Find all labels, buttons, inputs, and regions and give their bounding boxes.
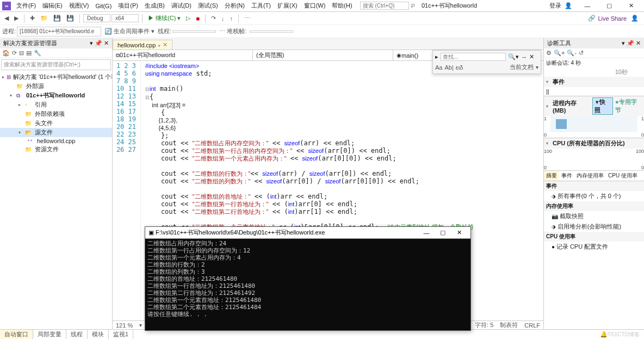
diag-tab-memory[interactable]: 内存使用率	[574, 171, 606, 181]
source-file-node[interactable]: ⁺⁺helloworld.cpp	[0, 137, 112, 145]
thread-dropdown[interactable]	[172, 30, 216, 33]
live-share-button[interactable]: 🔗 Live Share	[588, 15, 627, 22]
console-close-button[interactable]: ✕	[451, 229, 467, 236]
continue-button[interactable]: ▶ 继续(C) ▾	[146, 13, 183, 23]
notification-icon[interactable]: 🔔	[600, 331, 608, 338]
diag-settings-icon[interactable]: ⚙	[546, 50, 552, 57]
autos-tab[interactable]: 自动窗口	[0, 330, 33, 339]
nav-project-dropdown[interactable]: ⧉ 01c++书写helloworld	[113, 50, 253, 60]
diag-reset-icon[interactable]: ↺	[579, 50, 584, 57]
locals-tab[interactable]: 局部变量	[33, 330, 66, 339]
project-node[interactable]: ▾⧉01c++书写helloworld	[0, 91, 112, 100]
user-icon[interactable]: 👤	[565, 2, 572, 9]
threads-tab[interactable]: 线程	[66, 330, 88, 339]
menu-analyze[interactable]: 分析(N)	[221, 1, 248, 11]
admin-icon[interactable]: 👤	[631, 15, 639, 22]
diag-heap-item[interactable]: ⬗ 启用堆分析(会影响性能)	[544, 221, 644, 232]
diag-cpu-header[interactable]: ▾CPU (所有处理器的百分比)	[544, 138, 644, 149]
menu-help[interactable]: 帮助(H)	[329, 1, 355, 11]
sources-node[interactable]: ▾📂源文件	[0, 128, 112, 137]
find-next-icon[interactable]: →	[521, 54, 527, 60]
match-word-icon[interactable]: Ab|	[444, 64, 453, 71]
step-into-button[interactable]: ↓	[219, 14, 227, 23]
collapse-icon[interactable]: ⊟	[19, 50, 24, 57]
find-search-icon[interactable]: 🔍▾	[508, 53, 519, 60]
platform-dropdown[interactable]: x64	[112, 14, 139, 22]
stop-debug-button[interactable]: ■	[194, 14, 202, 23]
tab-close-icon[interactable]: ✕	[163, 41, 168, 48]
save-all-button[interactable]: 💾	[64, 14, 76, 23]
nav-scope-dropdown[interactable]: (全局范围)	[253, 50, 393, 60]
minimize-button[interactable]: —	[577, 3, 598, 9]
toolbar-icon[interactable]: ⋯	[242, 14, 252, 23]
resources-node[interactable]: 📁资源文件	[0, 145, 112, 154]
solution-node[interactable]: ▸⊞解决方案 '01c++书写helloworld' (1 个项目，共 1 个)	[0, 72, 112, 82]
nav-back-button[interactable]: ◀	[2, 14, 11, 23]
find-close-icon[interactable]: ✕	[529, 53, 534, 60]
ext-sources-node[interactable]: 📁外部源	[0, 82, 112, 91]
menu-git[interactable]: Git(G)	[92, 2, 115, 10]
login-link[interactable]: 登录	[549, 2, 561, 10]
console-minimize-button[interactable]: —	[418, 230, 435, 236]
menu-tools[interactable]: 工具(T)	[248, 1, 274, 11]
diag-events-header[interactable]: ▾事件	[544, 77, 644, 87]
menu-project[interactable]: 项目(P)	[115, 1, 141, 11]
config-dropdown[interactable]: Debug	[83, 14, 110, 22]
diag-tab-summary[interactable]: 摘要	[544, 171, 559, 181]
global-search-input[interactable]	[360, 2, 409, 10]
solution-search-input[interactable]: 搜索解决方案资源管理器(Ctrl+;)	[1, 59, 111, 70]
diag-events-item[interactable]: ⬗ 所有事件(0 个，共 0 个)	[544, 191, 644, 201]
diag-zoom-in-icon[interactable]: 🔍+	[554, 50, 565, 57]
menu-extensions[interactable]: 扩展(X)	[274, 1, 301, 11]
step-over-button[interactable]: ↷	[209, 14, 218, 23]
diag-zoom-out-icon[interactable]: 🔍-	[567, 50, 577, 57]
show-all-icon[interactable]: ▤	[26, 50, 32, 57]
tabs-indicator[interactable]: 制表符	[500, 321, 518, 329]
diag-tab-cpu[interactable]: CPU 使用率	[606, 171, 640, 181]
diag-tab-events[interactable]: 事件	[559, 171, 574, 181]
watch-tab[interactable]: 监视1	[109, 330, 133, 339]
solution-tree[interactable]: ▸⊞解决方案 '01c++书写helloworld' (1 个项目，共 1 个)…	[0, 71, 112, 329]
menu-test[interactable]: 测试(S)	[195, 1, 221, 11]
match-case-icon[interactable]: Aa	[435, 64, 442, 71]
find-input[interactable]	[441, 53, 506, 61]
menu-window[interactable]: 窗口(W)	[301, 1, 329, 11]
console-maximize-button[interactable]: ▢	[435, 229, 451, 236]
menu-file[interactable]: 文件(F)	[13, 1, 39, 11]
sync-icon[interactable]: ⟳	[12, 50, 17, 57]
start-no-debug-button[interactable]: ▷	[184, 14, 193, 23]
panel-pin-icon[interactable]: ▾ 📌 ✕	[90, 40, 109, 47]
find-expand-icon[interactable]: ▸	[435, 53, 438, 60]
console-output[interactable]: 二维数组占用内存空间为：24 二维数组第一行占用的内存空间为：12 二维数组第一…	[145, 239, 470, 330]
maximize-button[interactable]: ▢	[598, 2, 620, 9]
home-icon[interactable]: 🏠	[2, 50, 10, 57]
references-node[interactable]: ▸▫引用	[0, 100, 112, 109]
modules-tab[interactable]: 模块	[88, 330, 109, 339]
editor-tab[interactable]: helloworld.cpp⬥✕	[113, 40, 172, 50]
stackframe-dropdown[interactable]	[250, 30, 293, 33]
external-deps-node[interactable]: 📁外部依赖项	[0, 109, 112, 119]
diag-snapshot-item[interactable]: 📷 截取快照	[544, 211, 644, 221]
menu-debug[interactable]: 调试(D)	[168, 1, 195, 11]
console-titlebar[interactable]: ▣ F:\vs\01c++书写helloworld\x64\Debug\01c+…	[145, 227, 470, 239]
menu-edit[interactable]: 编辑(E)	[39, 1, 66, 11]
headers-node[interactable]: 📁头文件	[0, 119, 112, 128]
menu-build[interactable]: 生成(B)	[141, 1, 168, 11]
properties-icon[interactable]: 🔧	[34, 50, 41, 57]
new-button[interactable]: ✚	[28, 14, 37, 23]
open-button[interactable]: 📁	[38, 14, 50, 23]
console-window[interactable]: ▣ F:\vs\01c++书写helloworld\x64\Debug\01c+…	[145, 226, 471, 331]
diag-timeline[interactable]: 10秒	[544, 68, 644, 77]
find-scope-dropdown[interactable]: 当前文档	[510, 63, 534, 71]
process-dropdown[interactable]: [18868] 01c++书写helloworld.e	[17, 27, 101, 36]
crlf-indicator[interactable]: CRLF	[524, 322, 540, 329]
save-button[interactable]: 💾	[51, 14, 63, 23]
close-button[interactable]: ✕	[620, 2, 642, 9]
diag-cpu-record-item[interactable]: ● 记录 CPU 配置文件	[544, 242, 644, 252]
diag-memory-header[interactable]: ▾进程内存 (MB) ▼快照 ●专用字节	[544, 96, 644, 116]
step-out-button[interactable]: ↑	[228, 14, 236, 23]
zoom-dropdown[interactable]: 121 %	[116, 322, 133, 329]
menu-view[interactable]: 视图(V)	[66, 1, 92, 11]
nav-fwd-button[interactable]: ▶	[12, 14, 21, 23]
lifecycle-events-dropdown[interactable]: 🔄 生命周期事件 ▾	[102, 26, 157, 36]
